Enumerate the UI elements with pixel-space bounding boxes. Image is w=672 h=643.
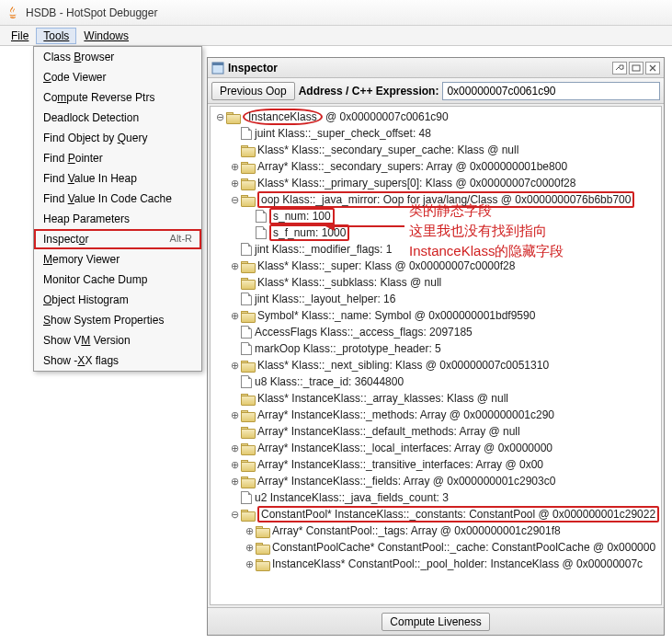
tools-menu-item[interactable]: Memory Viewer bbox=[34, 249, 201, 270]
tree-row[interactable]: jint Klass::_layout_helper: 16 bbox=[211, 291, 661, 307]
tree-toggle[interactable] bbox=[229, 376, 240, 387]
tools-menu-item[interactable]: Find Value In Heap bbox=[34, 168, 201, 189]
tree-row[interactable]: s_f_num: 1000 bbox=[211, 224, 661, 241]
page-icon bbox=[241, 375, 252, 388]
tree-label: jint Klass::_modifier_flags: 1 bbox=[255, 243, 392, 256]
tree-toggle[interactable]: ⊕ bbox=[229, 442, 240, 454]
tree-toggle[interactable] bbox=[229, 492, 240, 503]
address-label: Address / C++ Expression: bbox=[299, 85, 439, 98]
tree-label: Klass* Klass::_secondary_super_cache: Kl… bbox=[257, 144, 518, 156]
tree-toggle[interactable] bbox=[244, 227, 255, 238]
tree-scroll[interactable]: ⊖InstanceKlass @ 0x00000007c0061c90juint… bbox=[211, 107, 661, 604]
tools-menu-item[interactable]: Code Viewer bbox=[34, 67, 201, 87]
tree-label: markOop Klass::_prototype_header: 5 bbox=[255, 342, 441, 355]
tree-toggle[interactable]: ⊕ bbox=[229, 161, 240, 172]
folder-icon bbox=[241, 178, 255, 189]
tools-menu-item[interactable]: Show System Properties bbox=[34, 310, 201, 330]
tree-toggle[interactable] bbox=[229, 144, 240, 155]
previous-oop-button[interactable]: Previous Oop bbox=[211, 82, 295, 100]
tree-toggle[interactable] bbox=[229, 343, 240, 354]
tree-toggle[interactable]: ⊕ bbox=[244, 525, 255, 536]
tree-row[interactable]: ⊕Klass* Klass::_super: Klass @ 0x0000000… bbox=[211, 258, 661, 274]
page-icon bbox=[241, 491, 252, 504]
tree-toggle[interactable]: ⊖ bbox=[214, 111, 225, 122]
tree-toggle[interactable]: ⊕ bbox=[244, 542, 255, 553]
tools-menu-item[interactable]: Compute Reverse Ptrs bbox=[34, 87, 201, 108]
tree-row[interactable]: ⊕InstanceKlass* ConstantPool::_pool_hold… bbox=[211, 556, 661, 572]
tree-row[interactable]: ⊕Klass* Klass::_primary_supers[0]: Klass… bbox=[211, 175, 661, 191]
page-icon bbox=[256, 226, 267, 239]
tree-row[interactable]: jint Klass::_modifier_flags: 1 bbox=[211, 241, 661, 258]
tree-toggle[interactable] bbox=[244, 211, 255, 222]
tree-toggle[interactable]: ⊕ bbox=[229, 476, 240, 487]
tree-label: oop Klass::_java_mirror: Oop for java/la… bbox=[257, 191, 634, 208]
tree-toggle[interactable]: ⊕ bbox=[229, 459, 240, 470]
tree-row[interactable]: u8 Klass::_trace_id: 36044800 bbox=[211, 373, 661, 390]
tools-menu-item[interactable]: Find Pointer bbox=[34, 148, 201, 168]
inspector-maximize-button[interactable] bbox=[629, 62, 644, 75]
tree-row[interactable]: s_num: 100 bbox=[211, 208, 661, 224]
tree-toggle[interactable]: ⊕ bbox=[229, 260, 240, 271]
tree-label: Array* InstanceKlass::_fields: Array @ 0… bbox=[257, 475, 555, 488]
folder-icon bbox=[241, 277, 255, 288]
tools-menu-item[interactable]: InspectorAlt-R bbox=[34, 229, 201, 249]
tree-toggle[interactable]: ⊖ bbox=[229, 194, 240, 205]
tree-label: juint Klass::_super_check_offset: 48 bbox=[255, 127, 431, 140]
tools-menu-item[interactable]: Class Browser bbox=[34, 47, 201, 67]
folder-icon bbox=[241, 476, 255, 487]
tools-menu-item[interactable]: Deadlock Detection bbox=[34, 108, 201, 128]
tools-menu-item[interactable]: Find Object by Query bbox=[34, 128, 201, 148]
tree-toggle[interactable]: ⊕ bbox=[229, 178, 240, 189]
inspector-restore-button[interactable] bbox=[612, 62, 627, 75]
inspector-close-button[interactable] bbox=[645, 62, 660, 75]
tools-menu-item[interactable]: Heap Parameters bbox=[34, 209, 201, 229]
tree-row[interactable]: ⊕Array* InstanceKlass::_local_interfaces… bbox=[211, 440, 661, 456]
tools-menu-item[interactable]: Show VM Version bbox=[34, 330, 201, 350]
tree-row[interactable]: ⊕Array* InstanceKlass::_transitive_inter… bbox=[211, 456, 661, 473]
tree-row[interactable]: ⊕Array* InstanceKlass::_fields: Array @ … bbox=[211, 473, 661, 489]
tree-toggle[interactable] bbox=[229, 293, 240, 304]
tree-row[interactable]: Array* InstanceKlass::_default_methods: … bbox=[211, 423, 661, 440]
tree-label: Symbol* Klass::_name: Symbol @ 0x0000000… bbox=[257, 309, 535, 322]
tree-label: AccessFlags Klass::_access_flags: 209718… bbox=[255, 326, 473, 339]
tree-toggle[interactable] bbox=[229, 426, 240, 437]
tree-row[interactable]: Klass* Klass::_subklass: Klass @ null bbox=[211, 274, 661, 291]
menu-tools[interactable]: Tools bbox=[36, 28, 76, 44]
tree-toggle[interactable]: ⊕ bbox=[244, 558, 255, 569]
tools-menu-item[interactable]: Monitor Cache Dump bbox=[34, 270, 201, 290]
tree-row[interactable]: u2 InstanceKlass::_java_fields_count: 3 bbox=[211, 489, 661, 506]
tree-row[interactable]: ⊕Array* Klass::_secondary_supers: Array … bbox=[211, 158, 661, 175]
tree-row[interactable]: ⊖InstanceKlass @ 0x00000007c0061c90 bbox=[211, 109, 661, 125]
tree-toggle[interactable] bbox=[229, 244, 240, 255]
address-input[interactable] bbox=[442, 82, 660, 100]
tree-row[interactable]: ⊕ConstantPoolCache* ConstantPool::_cache… bbox=[211, 539, 661, 556]
tree-row[interactable]: ⊕Klass* Klass::_next_sibling: Klass @ 0x… bbox=[211, 357, 661, 373]
tree-toggle[interactable] bbox=[229, 277, 240, 288]
menu-file[interactable]: File bbox=[4, 28, 36, 44]
tree-row[interactable]: Klass* Klass::_secondary_super_cache: Kl… bbox=[211, 142, 661, 158]
tools-menu-item[interactable]: Find Value In Code Cache bbox=[34, 189, 201, 209]
tools-menu-item[interactable]: Object Histogram bbox=[34, 290, 201, 310]
compute-liveness-button[interactable]: Compute Liveness bbox=[382, 613, 489, 631]
tree-row[interactable]: ⊖oop Klass::_java_mirror: Oop for java/l… bbox=[211, 191, 661, 208]
tree-toggle[interactable] bbox=[229, 327, 240, 338]
tree-row[interactable]: ⊕Array* ConstantPool::_tags: Array @ 0x0… bbox=[211, 522, 661, 539]
menu-windows[interactable]: Windows bbox=[76, 28, 136, 44]
tree-toggle[interactable] bbox=[229, 393, 240, 404]
tree-row[interactable]: Klass* InstanceKlass::_array_klasses: Kl… bbox=[211, 390, 661, 407]
folder-icon bbox=[241, 459, 255, 470]
tree-row[interactable]: juint Klass::_super_check_offset: 48 bbox=[211, 125, 661, 142]
tree-label: Klass* Klass::_subklass: Klass @ null bbox=[257, 276, 441, 289]
tree-row[interactable]: ⊕Array* InstanceKlass::_methods: Array @… bbox=[211, 407, 661, 423]
tree-row[interactable]: ⊕Symbol* Klass::_name: Symbol @ 0x000000… bbox=[211, 307, 661, 324]
tools-menu-item[interactable]: Show -XX flags bbox=[34, 350, 201, 371]
tree-toggle[interactable]: ⊕ bbox=[229, 409, 240, 420]
tree-row[interactable]: AccessFlags Klass::_access_flags: 209718… bbox=[211, 324, 661, 340]
tree-toggle[interactable]: ⊕ bbox=[229, 360, 240, 371]
tree-row[interactable]: ⊖ConstantPool* InstanceKlass::_constants… bbox=[211, 506, 661, 522]
tree-toggle[interactable]: ⊕ bbox=[229, 310, 240, 321]
inspector-panel: Inspector Previous Oop Address / C++ Exp… bbox=[207, 57, 665, 636]
tree-toggle[interactable]: ⊖ bbox=[229, 509, 240, 520]
tree-row[interactable]: markOop Klass::_prototype_header: 5 bbox=[211, 340, 661, 357]
tree-toggle[interactable] bbox=[229, 128, 240, 139]
